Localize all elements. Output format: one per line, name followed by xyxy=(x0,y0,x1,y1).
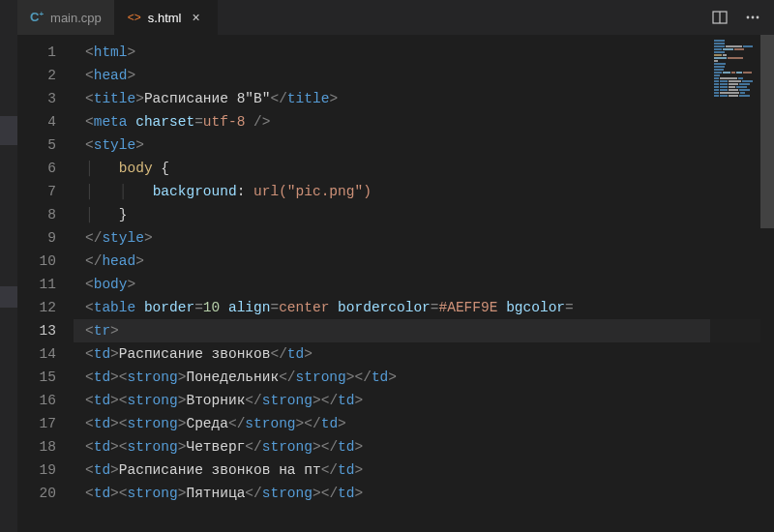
code-line[interactable]: <body> xyxy=(74,273,774,296)
code-line[interactable]: │ } xyxy=(74,203,774,226)
html-file-icon: <> xyxy=(128,11,141,24)
code-line[interactable]: │ body { xyxy=(74,157,774,180)
svg-point-2 xyxy=(747,16,750,19)
code-line[interactable]: <title>Расписание 8"В"</title> xyxy=(74,87,774,110)
tab-label: main.cpp xyxy=(50,11,102,25)
code-line[interactable]: <meta charset=utf-8 /> xyxy=(74,110,774,133)
code-line[interactable]: <td>Расписание звонков на пт</td> xyxy=(74,458,774,482)
scrollbar-thumb[interactable] xyxy=(760,35,774,228)
line-number-gutter: 1234567891011121314151617181920 xyxy=(17,35,74,532)
close-icon[interactable]: × xyxy=(189,10,204,25)
cpp-file-icon: C+ xyxy=(30,10,44,24)
code-line[interactable]: <tr> xyxy=(74,319,774,342)
code-line[interactable]: <style> xyxy=(74,133,774,157)
editor-region[interactable]: 1234567891011121314151617181920 <html><h… xyxy=(17,35,774,532)
more-icon[interactable] xyxy=(745,10,760,25)
tab-main-cpp[interactable]: C+ main.cpp xyxy=(17,0,115,35)
code-line[interactable]: </head> xyxy=(74,250,774,273)
svg-point-4 xyxy=(757,16,759,19)
code-line[interactable]: <td><strong>Среда</strong></td> xyxy=(74,412,774,435)
code-line[interactable]: </style> xyxy=(74,226,774,250)
split-editor-icon[interactable] xyxy=(712,10,728,25)
left-activity-gutter xyxy=(0,35,17,532)
code-line[interactable]: <table border=10 align=center bordercolo… xyxy=(74,296,774,319)
code-line[interactable]: <td><strong>Понедельник</strong></td> xyxy=(74,366,774,389)
code-line[interactable]: <head> xyxy=(74,64,774,87)
code-area[interactable]: <html><head><title>Расписание 8"В"</titl… xyxy=(74,35,774,532)
editor-actions xyxy=(699,0,774,35)
minimap[interactable] xyxy=(710,39,760,532)
code-line[interactable]: <td><strong>Вторник</strong></td> xyxy=(74,389,774,412)
svg-point-3 xyxy=(752,16,755,19)
code-line[interactable]: <td>Расписание звонков</td> xyxy=(74,342,774,366)
vertical-scrollbar[interactable] xyxy=(760,35,774,532)
code-line[interactable]: <td><strong>Четверг</strong></td> xyxy=(74,435,774,458)
code-line[interactable]: │ │ background: url("pic.png") xyxy=(74,180,774,203)
code-line[interactable]: <td><strong>Пятница</strong></td> xyxy=(74,482,774,505)
tab-s-html[interactable]: <> s.html × xyxy=(115,0,218,35)
tab-label: s.html xyxy=(148,11,182,25)
tab-bar: C+ main.cpp <> s.html × xyxy=(0,0,774,35)
code-line[interactable]: <html> xyxy=(74,41,774,64)
